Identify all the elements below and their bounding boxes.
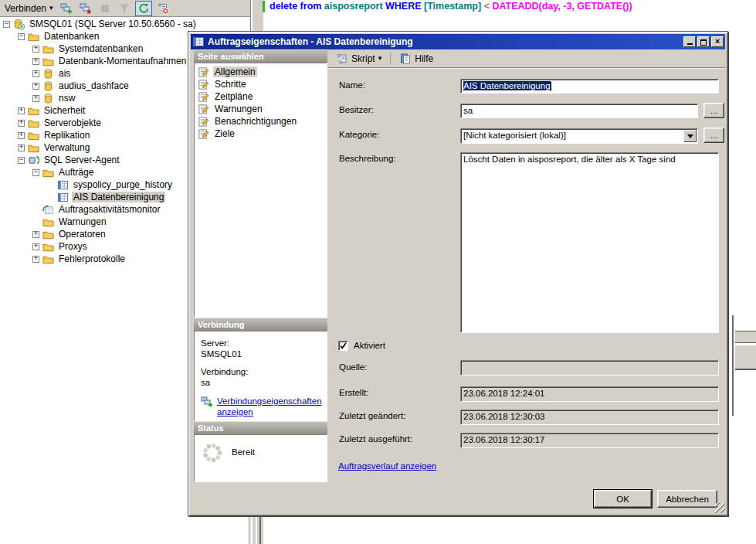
tree-item-label[interactable]: Fehlerprotokolle — [57, 253, 127, 264]
folder-icon — [28, 142, 39, 154]
minimize-icon — [687, 43, 693, 45]
page-icon — [198, 91, 209, 103]
help-button[interactable]: Hilfe — [397, 51, 436, 66]
page-item-label: Ziele — [213, 128, 236, 139]
collapse-icon[interactable]: − — [18, 157, 25, 164]
panel-splitter[interactable] — [249, 517, 261, 544]
expand-icon[interactable]: + — [32, 70, 39, 77]
page-item[interactable]: Zeitpläne — [195, 90, 327, 103]
page-icon — [198, 79, 209, 90]
job-history-link[interactable]: Auftragsverlauf anzeigen — [338, 461, 436, 471]
agent-icon — [28, 155, 39, 166]
tree-item-label[interactable]: SQL Server-Agent — [42, 155, 121, 165]
toolbar-separator — [390, 53, 391, 65]
expand-icon[interactable]: + — [32, 58, 39, 65]
change-tracking-bar — [263, 1, 265, 12]
expand-icon[interactable]: + — [32, 256, 39, 263]
expand-icon[interactable]: + — [32, 95, 39, 102]
help-icon — [399, 53, 412, 65]
expand-icon[interactable]: + — [18, 107, 25, 114]
dialog-title: Auftragseigenschaften - AIS Datenbereini… — [208, 36, 680, 47]
tree-item-label[interactable]: Proxys — [57, 241, 89, 252]
collapse-icon[interactable]: − — [18, 33, 25, 40]
cancel-button[interactable]: Abbrechen — [657, 490, 717, 508]
category-browse-button[interactable]: ... — [703, 128, 724, 143]
tree-item-label[interactable]: AIS Datenbereinigung — [72, 192, 165, 202]
connect-server-button[interactable] — [58, 1, 75, 16]
page-item[interactable]: Schritte — [195, 78, 327, 90]
tree-item-label[interactable]: syspolicy_purge_history — [72, 179, 174, 190]
owner-browse-button[interactable]: ... — [703, 103, 724, 118]
tree-item-label[interactable]: Systemdatenbanken — [57, 43, 144, 54]
expander-spacer — [32, 206, 39, 213]
owner-label: Besitzer: — [339, 105, 374, 114]
close-button[interactable]: × — [711, 36, 724, 47]
tree-item[interactable]: −SMSQL01 (SQL Server 10.50.6560 - sa) — [0, 18, 250, 30]
page-item[interactable]: Ziele — [195, 128, 327, 140]
minimize-button[interactable] — [683, 36, 696, 47]
expand-icon[interactable]: + — [32, 46, 39, 53]
combo-dropdown-button[interactable] — [683, 130, 697, 142]
job-icon — [57, 179, 69, 191]
connection-label: Verbindung: — [201, 366, 322, 377]
resize-grip-icon[interactable] — [715, 503, 725, 513]
tree-item-label[interactable]: ais — [57, 68, 72, 79]
script-button[interactable]: Skript ▾ — [334, 51, 384, 66]
modified-input: 23.06.2018 12:30:03 — [460, 410, 719, 425]
category-select[interactable]: [Nicht kategorisiert (lokal)] — [460, 128, 698, 144]
tree-item-label[interactable]: Datenbanken — [42, 31, 100, 42]
status-header: Status — [194, 421, 327, 434]
expand-icon[interactable]: + — [18, 144, 25, 151]
status-panel: Bereit — [194, 434, 327, 482]
name-input[interactable]: AIS Datenbereinigung — [460, 79, 719, 94]
tree-item-label[interactable]: Serverobjekte — [42, 117, 103, 128]
tree-item-label[interactable]: Operatoren — [57, 229, 107, 240]
collapse-icon[interactable]: − — [3, 21, 10, 28]
tree-item-label[interactable]: Verwaltung — [42, 142, 91, 153]
tree-item-label[interactable]: nsw — [57, 93, 76, 104]
expand-icon[interactable]: + — [32, 243, 39, 250]
pages-list: AllgemeinSchritteZeitpläneWarnungenBenac… — [194, 63, 327, 318]
page-item[interactable]: Allgemein — [195, 66, 327, 78]
connection-properties-link[interactable]: Verbindungseigenschaften anzeigen — [217, 396, 322, 417]
job-icon — [192, 36, 205, 48]
description-textarea[interactable]: Löscht Daten in aisposreport, die älter … — [460, 152, 719, 333]
created-input: 23.06.2018 12:24:01 — [460, 386, 719, 402]
tree-item-label[interactable]: Replikation — [42, 130, 91, 141]
script-icon — [336, 53, 348, 65]
expand-icon[interactable]: + — [18, 132, 25, 139]
tree-item-label[interactable]: Datenbank-Momentaufnahmen — [57, 56, 188, 66]
tree-item-label[interactable]: Warnungen — [57, 216, 108, 227]
executed-label: Zuletzt ausgeführt: — [339, 434, 412, 444]
dialog-titlebar[interactable]: Auftragseigenschaften - AIS Datenbereini… — [191, 34, 725, 49]
collapse-icon[interactable]: − — [32, 169, 39, 176]
refresh-button[interactable] — [135, 1, 152, 16]
help-label: Hilfe — [415, 53, 433, 64]
connection-properties-icon — [201, 396, 213, 408]
tree-item-label[interactable]: Sicherheit — [42, 105, 86, 116]
page-item[interactable]: Warnungen — [195, 103, 327, 115]
delete-script-button[interactable] — [154, 1, 171, 16]
ok-button[interactable]: OK — [594, 490, 652, 508]
folder-icon — [42, 216, 54, 228]
expand-icon[interactable]: + — [32, 83, 39, 90]
background-panel-fragment — [732, 315, 756, 416]
enabled-checkbox[interactable] — [338, 341, 348, 351]
disconnect-server-button[interactable] — [77, 1, 94, 16]
connect-dropdown-button[interactable]: Verbinden ▾ — [2, 2, 56, 15]
expand-icon[interactable]: + — [32, 231, 39, 238]
maximize-button[interactable] — [697, 36, 710, 47]
expand-icon[interactable]: + — [18, 120, 25, 127]
page-item[interactable]: Benachrichtigungen — [195, 115, 327, 128]
tree-item-label[interactable]: SMSQL01 (SQL Server 10.50.6560 - sa) — [28, 19, 198, 29]
folder-icon — [42, 167, 54, 178]
tree-item-label[interactable]: Aufträge — [57, 167, 95, 178]
source-input — [460, 360, 719, 376]
tree-item-label[interactable]: Auftragsaktivitätsmonitor — [57, 204, 161, 215]
sql-token: delete from — [270, 1, 324, 12]
server-icon — [13, 19, 25, 30]
tree-item-label[interactable]: audius_dashface — [57, 80, 131, 91]
owner-input[interactable]: sa — [460, 104, 698, 118]
delete-script-icon — [157, 2, 169, 15]
job-icon — [57, 192, 69, 203]
